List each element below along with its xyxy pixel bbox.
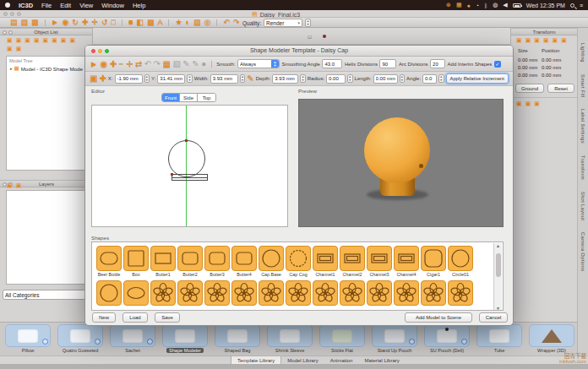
radius-stepper[interactable]: ▲▼ bbox=[347, 74, 352, 83]
template-thumbnail[interactable] bbox=[424, 324, 470, 347]
distribute-icon[interactable]: ▣ bbox=[525, 37, 531, 43]
wifi-icon[interactable]: ◍ bbox=[493, 2, 498, 8]
shape-tile-butter2[interactable] bbox=[177, 246, 203, 271]
move-tool-icon[interactable]: ✛ bbox=[91, 19, 98, 26]
shape-tile-row2[interactable] bbox=[340, 280, 365, 306]
app-status-icon-3[interactable]: ● bbox=[467, 3, 471, 8]
tab-top[interactable]: Top bbox=[198, 94, 215, 101]
smooth-select[interactable]: Always ▲▼ bbox=[237, 59, 280, 68]
template-thumbnail[interactable] bbox=[5, 324, 51, 347]
pan-tool-icon[interactable]: ✚ bbox=[82, 19, 89, 26]
menu-item-file[interactable]: File bbox=[41, 2, 52, 9]
editor-canvas[interactable] bbox=[91, 105, 288, 227]
battery-icon[interactable] bbox=[513, 3, 521, 8]
shelf-item-wrapper-3d-[interactable]: Wrapper (3D) bbox=[527, 324, 576, 355]
width-field[interactable] bbox=[210, 74, 238, 84]
length-stepper[interactable]: ▲▼ bbox=[400, 74, 405, 83]
side-tab-shot-layout[interactable]: Shot Layout bbox=[580, 192, 585, 220]
shape-tile-row2[interactable] bbox=[286, 280, 311, 306]
depth-stepper[interactable]: ▲▼ bbox=[300, 74, 305, 83]
select-cursor-icon[interactable]: ► bbox=[52, 19, 59, 26]
width-stepper[interactable]: ▲▼ bbox=[240, 74, 245, 83]
shape-tile-row2[interactable] bbox=[231, 280, 257, 306]
layer-delete-icon[interactable]: ▣ bbox=[16, 182, 22, 188]
disclosure-triangle-icon[interactable]: ▸ bbox=[10, 66, 13, 71]
shapes-filter-select[interactable]: All Categories ▾ bbox=[3, 290, 90, 300]
scroll-down-icon[interactable]: ▼ bbox=[494, 306, 502, 311]
shelf-item-shaped-bag[interactable]: Shaped Bag bbox=[213, 324, 262, 355]
shape-tile-beer-bottle[interactable] bbox=[96, 246, 122, 271]
export-icon[interactable]: ▣ bbox=[52, 37, 57, 43]
app-status-icon-1[interactable]: ⊛ bbox=[446, 2, 451, 8]
shape-tile-row2[interactable] bbox=[421, 280, 446, 306]
radius-field[interactable] bbox=[326, 74, 346, 84]
select-tool-icon[interactable]: ► bbox=[90, 60, 98, 68]
panel-menu-button[interactable] bbox=[8, 30, 13, 35]
eraser-icon[interactable]: ● bbox=[201, 60, 206, 68]
library-tab-model-library[interactable]: Model Library bbox=[281, 356, 324, 364]
clock-icon[interactable]: ◔ bbox=[476, 3, 479, 8]
template-thumbnail[interactable] bbox=[215, 324, 260, 347]
shapes-scrollbar[interactable]: ▲ ▼ bbox=[493, 243, 502, 311]
depth-field[interactable] bbox=[272, 74, 298, 84]
shelf-item-shape-modeler[interactable]: Shape Modeler bbox=[161, 324, 210, 355]
reset-button[interactable]: Reset bbox=[547, 84, 574, 93]
dialog-title-bar[interactable]: Shape Modeler Template - Daisy Cap bbox=[85, 46, 513, 57]
move-tool-icon[interactable]: ▣ bbox=[516, 100, 522, 106]
center-icon[interactable]: ▣ bbox=[553, 37, 558, 43]
menu-item-ic3d[interactable]: IC3D bbox=[19, 2, 33, 9]
quality-select[interactable]: Render ▾ bbox=[264, 19, 302, 27]
template-thumbnail[interactable] bbox=[372, 324, 417, 347]
open-document-icon[interactable]: ▧ bbox=[21, 19, 29, 26]
zoom-tool-icon[interactable]: ◉ bbox=[62, 19, 68, 26]
profile-node[interactable] bbox=[185, 139, 188, 142]
draw-curve-icon[interactable]: ✎ bbox=[192, 60, 199, 68]
material-icon[interactable]: ▨ bbox=[193, 19, 201, 26]
search-icon[interactable]: ▣ bbox=[61, 37, 67, 43]
new-document-icon[interactable]: ▤ bbox=[10, 19, 18, 26]
shape-tile-row2[interactable] bbox=[367, 280, 392, 306]
close-window-button[interactable] bbox=[3, 12, 8, 16]
shape-tile-row2[interactable] bbox=[394, 280, 419, 306]
shape-tile-butter1[interactable] bbox=[150, 246, 176, 271]
scale-tool-icon[interactable]: □ bbox=[112, 19, 116, 26]
align-icon[interactable]: ▣ bbox=[516, 37, 522, 43]
shape-tile-cap-base[interactable] bbox=[259, 246, 284, 271]
shelf-item-su-pouch-deli-[interactable]: SU Pouch (Deli) bbox=[422, 324, 471, 355]
shape-tile-row2[interactable] bbox=[313, 280, 338, 306]
library-tab-animation[interactable]: Animation bbox=[324, 356, 359, 364]
template-thumbnail[interactable] bbox=[319, 324, 365, 347]
template-thumbnail[interactable] bbox=[57, 324, 103, 347]
snapshot-icon[interactable]: ◧ bbox=[136, 19, 144, 26]
library-tab-template-library[interactable]: Template Library bbox=[231, 356, 281, 364]
shape-tile-row2[interactable] bbox=[150, 280, 176, 306]
shape-tile-circle01[interactable] bbox=[448, 246, 473, 271]
shape-tile-row2[interactable] bbox=[96, 280, 122, 306]
shape-fill-icon[interactable]: ▣ bbox=[90, 74, 97, 83]
save-button[interactable]: Save bbox=[155, 312, 180, 323]
duplicate-icon[interactable]: ▣ bbox=[24, 37, 30, 43]
angle-field[interactable] bbox=[422, 74, 437, 84]
menu-clock[interactable]: Wed 12:35 PM bbox=[526, 3, 565, 8]
scale-tool-icon[interactable]: ▣ bbox=[534, 100, 540, 106]
shape-tile-row2[interactable] bbox=[177, 280, 203, 306]
shelf-item-sachet[interactable]: Sachet bbox=[108, 324, 157, 355]
minimize-window-button[interactable] bbox=[10, 12, 14, 16]
app-status-icon-2[interactable]: ▦ bbox=[456, 2, 462, 8]
shape-tile-butter4[interactable] bbox=[231, 246, 257, 271]
edit-pencil-icon[interactable]: ✎ bbox=[247, 74, 253, 83]
scroll-up-icon[interactable]: ▲ bbox=[494, 243, 502, 248]
profile-node[interactable] bbox=[171, 173, 173, 176]
template-thumbnail[interactable] bbox=[267, 324, 313, 347]
side-tab-smart-fill[interactable]: Smart Fill bbox=[580, 74, 585, 97]
fit-icon[interactable]: ▣ bbox=[561, 37, 567, 43]
apply-relative-increment-button[interactable]: Apply Relative Increment bbox=[446, 73, 509, 84]
helix-divisions-field[interactable] bbox=[379, 59, 396, 68]
add-group-icon[interactable]: ▣ bbox=[16, 37, 22, 43]
load-button[interactable]: Load bbox=[122, 312, 148, 323]
zoom-window-button[interactable] bbox=[17, 12, 21, 16]
grid-snap-icon[interactable]: ▦ bbox=[162, 60, 170, 68]
move-anchor-icon[interactable]: ✚ bbox=[99, 74, 106, 83]
lock-icon[interactable]: ▣ bbox=[543, 37, 549, 43]
y-stepper[interactable]: ▲▼ bbox=[187, 74, 192, 83]
